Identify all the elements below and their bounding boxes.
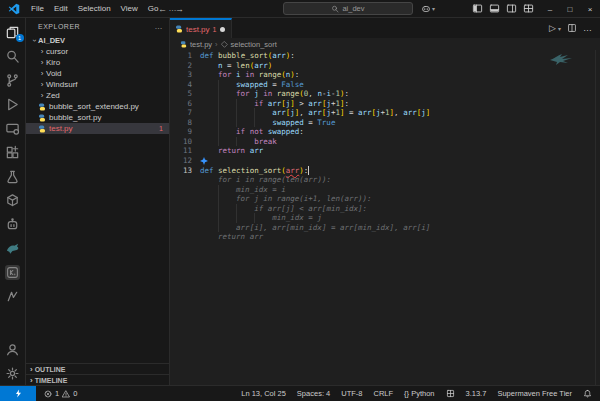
notifications-bell[interactable] (583, 389, 592, 398)
code-line[interactable]: 2 n = len(arr) (170, 61, 600, 71)
layout-sidebar-right-icon[interactable] (506, 3, 517, 14)
activity-item-kangaroo-extension[interactable] (0, 236, 26, 260)
split-editor-button[interactable] (567, 23, 577, 33)
search-icon (5, 49, 20, 64)
line-content: def bubble_sort(arr): (200, 51, 295, 61)
activity-item-package-cube[interactable] (0, 188, 26, 212)
robot-ai-icon (5, 217, 20, 232)
ghost-code-line[interactable]: min_idx = i (170, 185, 600, 195)
code-line[interactable]: 1def bubble_sort(arr): (170, 51, 600, 61)
maximize-button[interactable]: □ (560, 0, 580, 18)
explorer-sidebar: EXPLORER … ›AI_DEV›cursor›Kiro›Void›Wind… (26, 18, 170, 385)
history-forward-button[interactable]: → (175, 4, 184, 14)
code-line[interactable]: 6 if arr[j] > arr[j+1]: (170, 99, 600, 109)
editor-more-actions-button[interactable]: … (583, 23, 592, 33)
menu-item-selection[interactable]: Selection (73, 4, 116, 13)
tree-root-ai-dev[interactable]: ›AI_DEV (26, 35, 169, 46)
command-center-search[interactable]: ai_dev (283, 2, 413, 15)
breadcrumb-file[interactable]: test.py (190, 40, 212, 49)
code-line[interactable]: 5 for j in range(0, n-i-1): (170, 89, 600, 99)
tree-item-label: test.py (49, 124, 73, 133)
code-line[interactable]: 12 (170, 156, 600, 166)
activity-item-supermaven[interactable] (0, 284, 26, 308)
code-line[interactable]: 3 for i in range(n): (170, 70, 600, 80)
ghost-code-line[interactable]: if arr[j] < arr[min_idx]: (170, 204, 600, 214)
activity-item-account[interactable] (0, 337, 26, 361)
ghost-code-line[interactable]: arr[i], arr[min_idx] = arr[min_idx], arr… (170, 223, 600, 233)
activity-item-explorer-files[interactable]: 1 (0, 20, 26, 44)
line-number: 8 (170, 118, 200, 128)
python-file-icon (175, 25, 183, 33)
code-line[interactable]: 10 break (170, 137, 600, 147)
tree-item-cursor[interactable]: ›cursor (26, 46, 169, 57)
ghost-code-line[interactable]: return arr (170, 232, 600, 242)
problems-indicator[interactable]: 1 0 (36, 389, 85, 398)
bolt-icon (14, 389, 23, 398)
run-dropdown-chevron-icon[interactable]: ▾ (558, 25, 561, 32)
language-mode[interactable]: {} Python (404, 389, 434, 398)
cursor-position[interactable]: Ln 13, Col 25 (241, 389, 286, 398)
ghost-code-line[interactable]: min_idx = j (170, 213, 600, 223)
layout-sidebar-left-icon[interactable] (472, 3, 483, 14)
activity-item-remote-window[interactable] (0, 116, 26, 140)
menu-item-edit[interactable]: Edit (49, 4, 73, 13)
tab-test-py[interactable]: test.py 1 (170, 18, 232, 38)
line-number (170, 204, 200, 214)
activity-item-kilo-code[interactable] (0, 260, 26, 284)
activity-item-search[interactable] (0, 44, 26, 68)
activity-item-extensions[interactable] (0, 140, 26, 164)
line-content: arr[i], arr[min_idx] = arr[min_idx], arr… (200, 223, 430, 233)
layout-panel-icon[interactable] (489, 3, 500, 14)
copilot-menu-button[interactable]: ▾ (421, 4, 435, 14)
ghost-code-line[interactable]: for j in range(i+1, len(arr)): (170, 194, 600, 204)
warning-count: 0 (73, 389, 77, 398)
menu-item-file[interactable]: File (26, 4, 49, 13)
tree-item-test-py[interactable]: test.py1 (26, 123, 169, 134)
tree-item-void[interactable]: ›Void (26, 68, 169, 79)
python-env-indicator[interactable] (446, 389, 455, 398)
ghost-code-line[interactable]: for i in range(len(arr)): (170, 175, 600, 185)
remote-indicator[interactable] (0, 386, 36, 401)
code-line[interactable]: 9 if not swapped: (170, 127, 600, 137)
code-line[interactable]: 13def selection_sort(arr): (170, 166, 600, 176)
activity-item-settings-gear[interactable] (0, 361, 26, 385)
tree-item-kiro[interactable]: ›Kiro (26, 57, 169, 68)
code-line[interactable]: 4 swapped = False (170, 80, 600, 90)
tree-item-bubble-sort-py[interactable]: bubble_sort.py (26, 112, 169, 123)
activity-item-run-debug[interactable] (0, 92, 26, 116)
tree-item-zed[interactable]: ›Zed (26, 90, 169, 101)
chevron-right-icon: › (38, 58, 46, 67)
activity-item-source-control[interactable] (0, 68, 26, 92)
outline-section-header[interactable]: › OUTLINE (26, 363, 169, 374)
code-line[interactable]: 7 arr[j], arr[j+1] = arr[j+1], arr[j] (170, 108, 600, 118)
line-number (170, 223, 200, 233)
close-button[interactable]: × (580, 0, 600, 18)
activity-item-robot-ai[interactable] (0, 212, 26, 236)
line-number (170, 175, 200, 185)
menu-item-view[interactable]: View (116, 4, 143, 13)
run-python-file-button[interactable]: ▷ (549, 23, 556, 33)
customize-layout-icon[interactable] (523, 3, 534, 14)
line-number: 3 (170, 70, 200, 80)
activity-item-testing-flask[interactable] (0, 164, 26, 188)
editor-scrollbar[interactable] (595, 50, 600, 385)
tree-item-bubble-sort-extended-py[interactable]: bubble_sort_extended.py (26, 101, 169, 112)
editor-group: test.py 1 ▷ ▾ … test.py › selection_sort (170, 18, 600, 385)
code-area[interactable]: 1def bubble_sort(arr):2 n = len(arr)3 fo… (170, 50, 600, 385)
explorer-more-actions-button[interactable]: … (155, 22, 164, 31)
python-version[interactable]: 3.13.7 (466, 389, 487, 398)
kangaroo-extension-icon (5, 241, 20, 256)
eol[interactable]: CRLF (373, 389, 393, 398)
breadcrumb-symbol[interactable]: selection_sort (231, 40, 277, 49)
tree-item-windsurf[interactable]: ›Windsurf (26, 79, 169, 90)
code-line[interactable]: 11 return arr (170, 146, 600, 156)
encoding[interactable]: UTF-8 (341, 389, 362, 398)
ai-suggestion-icon (200, 157, 208, 165)
supermaven-status[interactable]: Supermaven Free Tier (497, 389, 572, 398)
indentation[interactable]: Spaces: 4 (297, 389, 330, 398)
minimize-button[interactable]: – (540, 0, 560, 18)
history-back-button[interactable]: ← (158, 4, 167, 14)
code-line[interactable]: 8 swapped = True (170, 118, 600, 128)
file-tree: ›AI_DEV›cursor›Kiro›Void›Windsurf›Zedbub… (26, 35, 169, 385)
timeline-section-header[interactable]: › TIMELINE (26, 374, 169, 385)
